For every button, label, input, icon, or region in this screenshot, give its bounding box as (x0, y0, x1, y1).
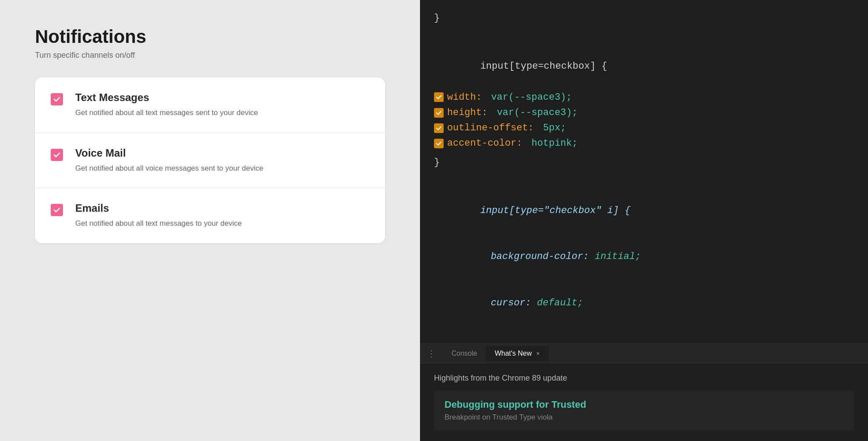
tab-close-icon[interactable]: × (536, 350, 540, 357)
code-prop-bg-color: background-color: initial; (434, 234, 854, 280)
code-prop-width: width: var(--space3); (434, 90, 854, 105)
checkmark-icon (53, 151, 61, 159)
notifications-panel: Notifications Turn specific channels on/… (0, 0, 420, 441)
notification-text-voice-mail: Voice Mail Get notified about all voice … (75, 147, 263, 174)
code-prop-italic: cursor: (491, 298, 537, 308)
checkbox-wrapper-voice-mail (51, 149, 63, 161)
item-desc-text-messages: Get notified about all text messages sen… (75, 107, 258, 119)
page-title: Notifications (35, 26, 385, 47)
code-prop-accent-color: accent-color: hotpink; (434, 136, 854, 151)
notification-item-text-messages: Text Messages Get notified about all tex… (35, 77, 385, 133)
check-svg (436, 140, 442, 147)
code-prop-cursor: cursor: default; (434, 280, 854, 326)
notification-text-emails: Emails Get notified about all text messa… (75, 202, 242, 229)
code-closing-brace-top: } (434, 7, 854, 29)
tab-whats-new-label: What's New (495, 350, 532, 357)
notification-item-emails: Emails Get notified about all text messa… (35, 188, 385, 243)
code-selector-line: input[type=checkbox] { (434, 43, 854, 90)
checkmark-icon (53, 95, 61, 103)
code-prop-outline-offset: outline-offset: 5px; (434, 120, 854, 136)
page-subtitle: Turn specific channels on/off (35, 51, 385, 60)
item-title-emails: Emails (75, 202, 242, 214)
whats-new-header: Highlights from the Chrome 89 update (434, 374, 854, 383)
checkmark-icon (53, 206, 61, 214)
whats-new-link-sub: Breakpoint on Trusted Type viola (444, 413, 844, 422)
code-value-text: hotpink; (532, 136, 578, 151)
code-value-italic: initial; (595, 251, 641, 262)
notification-text-text-messages: Text Messages Get notified about all tex… (75, 91, 258, 119)
code-prop-label: height: (447, 105, 494, 120)
item-desc-emails: Get notified about all text messages to … (75, 218, 242, 229)
item-title-text-messages: Text Messages (75, 91, 258, 104)
code-selector-italic-text: input[type="checkbox" i] { (480, 205, 630, 216)
check-svg (436, 125, 442, 131)
code-value-text: 5px; (543, 120, 566, 136)
check-svg (436, 110, 442, 116)
checkbox-emails[interactable] (51, 204, 63, 216)
code-block-closing-top: } (434, 0, 854, 36)
check-svg (436, 94, 442, 100)
code-closing-brace-mid: } (434, 151, 854, 174)
devtools-panel: } input[type=checkbox] { width: var(--sp… (420, 0, 868, 441)
devtools-check-icon[interactable] (434, 123, 444, 133)
checkbox-wrapper-text-messages (51, 93, 63, 105)
item-desc-voice-mail: Get notified about all voice messages se… (75, 163, 263, 174)
code-prop-appearance: appearance: auto; (434, 326, 854, 343)
trusted-types-card: Debugging support for Trusted Breakpoint… (434, 390, 854, 430)
notification-card: Text Messages Get notified about all tex… (35, 77, 385, 243)
code-prop-italic: background-color: (491, 251, 595, 262)
code-prop-label: width: (447, 90, 487, 105)
devtools-check-icon[interactable] (434, 139, 444, 148)
code-value-italic: default; (537, 298, 583, 308)
tab-console-label: Console (452, 350, 477, 357)
dots-menu-icon[interactable]: ⋮ (427, 348, 436, 359)
code-selector-italic-line: input[type="checkbox" i] { (434, 188, 854, 234)
code-prop-height: height: var(--space3); (434, 105, 854, 120)
code-selector-text: input[type=checkbox] { (480, 61, 607, 72)
item-title-voice-mail: Voice Mail (75, 147, 263, 159)
code-editor: } input[type=checkbox] { width: var(--sp… (420, 0, 868, 343)
code-prop-label: outline-offset: (447, 120, 539, 136)
code-prop-label: accent-color: (447, 136, 528, 151)
whats-new-link[interactable]: Debugging support for Trusted (444, 399, 844, 411)
tab-console[interactable]: Console (443, 346, 486, 361)
notification-item-voice-mail: Voice Mail Get notified about all voice … (35, 133, 385, 189)
code-block-checkbox: input[type=checkbox] { width: var(--spac… (434, 36, 854, 181)
tab-whats-new[interactable]: What's New × (486, 346, 549, 361)
code-value-text: var(--space3); (497, 105, 578, 120)
devtools-check-icon[interactable] (434, 108, 444, 118)
code-value-text: var(--space3); (491, 90, 572, 105)
checkbox-text-messages[interactable] (51, 93, 63, 105)
devtools-tabs-row: ⋮ Console What's New × (420, 344, 868, 363)
whats-new-content: Highlights from the Chrome 89 update Deb… (420, 363, 868, 441)
checkbox-wrapper-emails (51, 204, 63, 216)
devtools-bottom-bar: ⋮ Console What's New × Highlights from t… (420, 343, 868, 441)
devtools-check-icon[interactable] (434, 92, 444, 102)
code-block-checkbox-italic: input[type="checkbox" i] { background-co… (434, 181, 854, 344)
checkbox-voice-mail[interactable] (51, 149, 63, 161)
